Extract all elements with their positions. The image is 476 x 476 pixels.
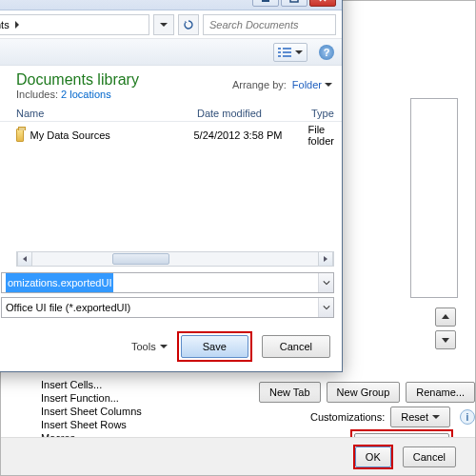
highlight-save: Save bbox=[177, 331, 252, 362]
chevron-down-icon[interactable] bbox=[318, 273, 333, 292]
locations-link[interactable]: 2 locations bbox=[61, 89, 111, 100]
arrange-by: Arrange by: Folder bbox=[232, 71, 332, 90]
highlight-ok: OK bbox=[353, 445, 393, 469]
info-icon[interactable]: i bbox=[460, 409, 475, 425]
cell-name: My Data Sources bbox=[30, 129, 193, 141]
filename-input[interactable]: omizations.exportedUI bbox=[1, 272, 334, 293]
list-item[interactable]: Insert Cells... bbox=[41, 378, 174, 391]
save-as-dialog: Documents Search Documents ? Documents l… bbox=[0, 0, 343, 372]
customizations-label: Customizations: bbox=[310, 411, 385, 423]
filename-value: omizations.exportedUI bbox=[6, 273, 113, 292]
search-placeholder: Search Documents bbox=[209, 19, 299, 30]
chevron-down-icon bbox=[295, 50, 303, 54]
cancel-label: Cancel bbox=[413, 451, 446, 463]
new-group-label: New Group bbox=[337, 387, 390, 398]
svg-rect-6 bbox=[283, 51, 291, 53]
svg-rect-7 bbox=[283, 55, 291, 57]
chevron-right-icon bbox=[15, 21, 19, 29]
customizations-row: Customizations: Reset i bbox=[310, 407, 475, 427]
tools-label: Tools bbox=[131, 341, 156, 352]
titlebar bbox=[0, 0, 342, 10]
arrange-dropdown[interactable]: Folder bbox=[292, 79, 332, 90]
refresh-button[interactable] bbox=[178, 14, 199, 35]
new-tab-button[interactable]: New Tab bbox=[259, 382, 321, 403]
close-button[interactable] bbox=[309, 0, 336, 7]
file-list[interactable]: My Data Sources 5/24/2012 3:58 PM File f… bbox=[0, 122, 342, 251]
right-listbox[interactable] bbox=[410, 98, 458, 298]
ok-label: OK bbox=[366, 451, 381, 463]
move-down-button[interactable] bbox=[435, 330, 456, 349]
filetype-select[interactable]: Office UI file (*.exportedUI) bbox=[1, 297, 334, 318]
table-row[interactable]: My Data Sources 5/24/2012 3:58 PM File f… bbox=[16, 126, 334, 145]
history-dropdown[interactable] bbox=[153, 14, 174, 35]
list-item[interactable]: Insert Function... bbox=[41, 391, 174, 405]
minimize-button[interactable] bbox=[252, 0, 279, 7]
save-label: Save bbox=[203, 341, 227, 352]
breadcrumb-item[interactable]: Documents bbox=[0, 19, 10, 30]
cell-date: 5/24/2012 3:58 PM bbox=[193, 129, 307, 141]
svg-rect-0 bbox=[262, 0, 269, 2]
view-button[interactable] bbox=[273, 43, 307, 62]
ok-button[interactable]: OK bbox=[355, 446, 391, 467]
horizontal-scrollbar[interactable] bbox=[16, 251, 334, 267]
chevron-down-icon bbox=[325, 83, 332, 87]
library-subtitle: Includes: 2 locations bbox=[16, 89, 139, 100]
cancel-button[interactable]: Cancel bbox=[403, 446, 456, 467]
search-input[interactable]: Search Documents bbox=[203, 14, 336, 35]
svg-rect-3 bbox=[278, 51, 281, 53]
col-date[interactable]: Date modified bbox=[197, 108, 311, 119]
svg-rect-1 bbox=[290, 0, 298, 2]
col-type[interactable]: Type bbox=[311, 108, 334, 119]
reset-label: Reset bbox=[401, 411, 428, 423]
scroll-right-button[interactable] bbox=[318, 252, 333, 266]
svg-rect-2 bbox=[278, 48, 281, 50]
cancel-button[interactable]: Cancel bbox=[262, 335, 330, 358]
move-buttons bbox=[435, 307, 458, 353]
chevron-down-icon bbox=[160, 23, 168, 27]
tab-buttons-row: New Tab New Group Rename... bbox=[259, 382, 475, 403]
library-title: Documents library bbox=[16, 71, 139, 89]
breadcrumb[interactable]: Documents bbox=[0, 14, 149, 35]
folder-icon bbox=[16, 129, 24, 142]
filename-fields: omizations.exportedUI Office UI file (*.… bbox=[0, 270, 342, 327]
help-icon[interactable]: ? bbox=[319, 45, 334, 60]
chevron-down-icon bbox=[432, 415, 440, 419]
col-name[interactable]: Name bbox=[16, 108, 197, 119]
new-tab-label: New Tab bbox=[269, 387, 310, 398]
library-header: Documents library Includes: 2 locations … bbox=[0, 66, 342, 104]
chevron-down-icon[interactable] bbox=[318, 298, 333, 317]
new-group-button[interactable]: New Group bbox=[327, 382, 401, 403]
address-bar-row: Documents Search Documents bbox=[0, 10, 342, 39]
scroll-left-button[interactable] bbox=[17, 252, 32, 266]
action-row: Tools Save Cancel bbox=[0, 327, 342, 371]
svg-rect-4 bbox=[278, 55, 281, 57]
cell-type: File folder bbox=[307, 124, 334, 147]
cancel-label: Cancel bbox=[280, 341, 312, 352]
filetype-value: Office UI file (*.exportedUI) bbox=[6, 298, 130, 317]
svg-rect-5 bbox=[283, 48, 291, 50]
rename-label: Rename... bbox=[416, 387, 465, 398]
column-headers[interactable]: Name Date modified Type bbox=[0, 104, 342, 122]
move-up-button[interactable] bbox=[435, 307, 456, 327]
maximize-button[interactable] bbox=[281, 0, 307, 7]
arrange-value: Folder bbox=[292, 79, 322, 90]
arrange-label: Arrange by: bbox=[232, 79, 287, 90]
list-item[interactable]: Insert Sheet Columns bbox=[41, 405, 174, 418]
save-button[interactable]: Save bbox=[181, 335, 248, 358]
scroll-thumb[interactable] bbox=[112, 253, 169, 265]
includes-label: Includes: bbox=[16, 89, 58, 100]
chevron-down-icon bbox=[160, 345, 168, 348]
toolbar: ? bbox=[0, 39, 342, 66]
dialog-footer: OK Cancel bbox=[1, 437, 475, 475]
list-item[interactable]: Insert Sheet Rows bbox=[41, 418, 174, 431]
reset-button[interactable]: Reset bbox=[390, 407, 450, 427]
tools-dropdown[interactable]: Tools bbox=[131, 341, 168, 352]
rename-button[interactable]: Rename... bbox=[406, 382, 475, 403]
